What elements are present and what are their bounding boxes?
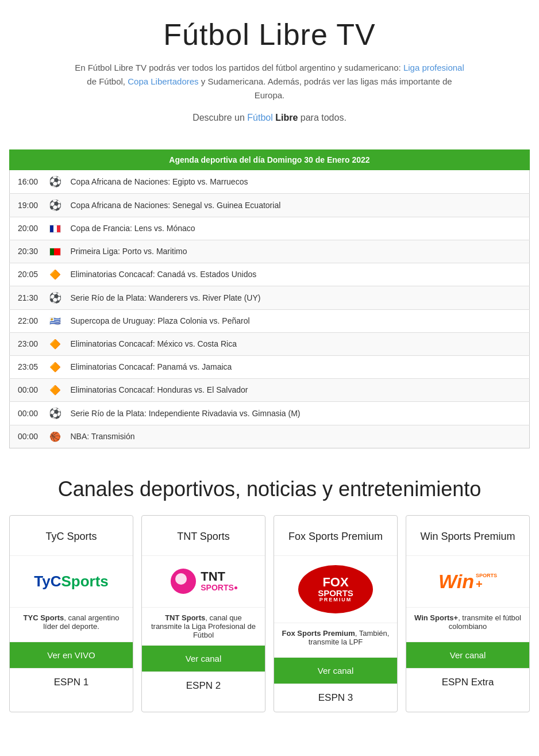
channel-view-button[interactable]: Ver canal xyxy=(142,646,265,671)
channel-card: Fox Sports Premium FOX SPORTS PREMIUM Fo… xyxy=(274,515,398,712)
channel-name: Win Sports Premium xyxy=(406,516,529,556)
table-row: 22:00 🇺🇾 Supercopa de Uruguay: Plaza Col… xyxy=(10,309,530,332)
channel-logo-area: Win SPORTS + xyxy=(406,556,529,608)
event-name: Copa Africana de Naciones: Egipto vs. Ma… xyxy=(66,170,530,194)
event-time: 00:00 xyxy=(10,425,44,448)
event-name: Eliminatorias Concacaf: Honduras vs. El … xyxy=(66,378,530,401)
table-row: 00:00 ⚽ Serie Río de la Plata: Independi… xyxy=(10,401,530,425)
channel-logo-area: TNT SPORTS xyxy=(142,556,265,608)
channel-name: Fox Sports Premium xyxy=(274,516,397,556)
event-icon: ⚽ xyxy=(44,286,66,309)
channel-bottom-label: ESPN 3 xyxy=(274,684,397,712)
event-name: Primeira Liga: Porto vs. Maritimo xyxy=(66,240,530,263)
win-text: Win xyxy=(438,570,474,593)
channel-bottom-label: ESPN 1 xyxy=(10,668,133,696)
event-icon: ⚽ xyxy=(44,193,66,217)
table-row: 23:00 🔶 Eliminatorias Concacaf: México v… xyxy=(10,332,530,355)
event-time: 23:05 xyxy=(10,355,44,378)
table-row: 16:00 ⚽ Copa Africana de Naciones: Egipt… xyxy=(10,170,530,194)
event-name: Eliminatorias Concacaf: Canadá vs. Estad… xyxy=(66,263,530,286)
table-row: 19:00 ⚽ Copa Africana de Naciones: Seneg… xyxy=(10,193,530,217)
table-row: 21:30 ⚽ Serie Río de la Plata: Wanderers… xyxy=(10,286,530,309)
event-time: 20:00 xyxy=(10,217,44,240)
channel-view-button[interactable]: Ver en VIVO xyxy=(10,642,133,668)
tyc-sports-logo: TyCSports xyxy=(34,573,109,590)
event-icon xyxy=(44,240,66,263)
channels-title: Canales deportivos, noticias y entreteni… xyxy=(9,477,530,501)
schedule-header: Agenda deportiva del día Domingo 30 de E… xyxy=(9,149,530,170)
fox-sports-text: SPORTS xyxy=(318,589,353,597)
event-icon: 🔶 xyxy=(44,263,66,286)
channels-grid: TyC Sports TyCSports TYC Sports, canal a… xyxy=(9,515,530,712)
table-row: 20:00 Copa de Francia: Lens vs. Mónaco xyxy=(10,217,530,240)
win-plus-icon: + xyxy=(476,578,497,590)
tnt-sports-logo: TNT SPORTS xyxy=(170,567,237,595)
event-time: 19:00 xyxy=(10,193,44,217)
event-time: 20:30 xyxy=(10,240,44,263)
event-name: Eliminatorias Concacaf: Panamá vs. Jamai… xyxy=(66,355,530,378)
channel-view-button[interactable]: Ver canal xyxy=(406,642,529,668)
event-name: Supercopa de Uruguay: Plaza Colonia vs. … xyxy=(66,309,530,332)
uruguay-flag-icon: 🇺🇾 xyxy=(49,316,61,326)
event-icon: ⚽ xyxy=(44,170,66,194)
page-title: Fútbol Libre TV xyxy=(34,17,505,52)
channel-view-button[interactable]: Ver canal xyxy=(274,658,397,684)
event-name: NBA: Transmisión xyxy=(66,425,530,448)
schedule-table: 16:00 ⚽ Copa Africana de Naciones: Egipt… xyxy=(9,170,530,448)
header-description: En Fútbol Libre TV podrás ver todos los … xyxy=(74,61,465,102)
channel-card: Win Sports Premium Win SPORTS + Win Spor… xyxy=(406,515,530,712)
table-row: 00:00 🔶 Eliminatorias Concacaf: Honduras… xyxy=(10,378,530,401)
concacaf-icon: 🔶 xyxy=(49,339,61,349)
channel-name: TNT Sports xyxy=(142,516,265,556)
fox-premium-text: PREMIUM xyxy=(319,597,352,603)
channel-logo-area: FOX SPORTS PREMIUM xyxy=(274,556,397,623)
channel-description: TYC Sports, canal argentino líder del de… xyxy=(10,608,133,642)
table-row: 20:30 Primeira Liga: Porto vs. Maritimo xyxy=(10,240,530,263)
channel-description: Fox Sports Premium, También, transmite l… xyxy=(274,623,397,658)
win-sports-logo: Win SPORTS + xyxy=(438,570,497,593)
event-name: Copa Africana de Naciones: Senegal vs. G… xyxy=(66,193,530,217)
event-time: 00:00 xyxy=(10,401,44,425)
event-icon: 🔶 xyxy=(44,355,66,378)
table-row: 20:05 🔶 Eliminatorias Concacaf: Canadá v… xyxy=(10,263,530,286)
event-time: 00:00 xyxy=(10,378,44,401)
event-icon: 🔶 xyxy=(44,378,66,401)
soccer-icon: ⚽ xyxy=(49,408,61,419)
fox-text: FOX xyxy=(322,576,348,589)
svg-point-1 xyxy=(175,573,187,585)
concacaf-icon: 🔶 xyxy=(49,270,61,279)
schedule-section: Agenda deportiva del día Domingo 30 de E… xyxy=(9,149,530,448)
channel-card: TNT Sports TNT SPORTS TNT Sports, canal … xyxy=(141,515,265,712)
event-icon: 🏀 xyxy=(44,425,66,448)
event-name: Eliminatorias Concacaf: México vs. Costa… xyxy=(66,332,530,355)
header-tagline: Descubre un Fútbol Libre para todos. xyxy=(74,110,465,125)
channel-description: TNT Sports, canal que transmite la Liga … xyxy=(142,608,265,646)
channel-description: Win Sports+, transmite el fútbol colombi… xyxy=(406,608,529,642)
soccer-icon: ⚽ xyxy=(49,199,61,211)
tnt-label: TNT xyxy=(201,570,237,584)
channel-name: TyC Sports xyxy=(10,516,133,556)
event-time: 21:30 xyxy=(10,286,44,309)
concacaf-icon: 🔶 xyxy=(49,385,61,395)
tnt-circle-icon xyxy=(170,567,197,595)
event-time: 20:05 xyxy=(10,263,44,286)
event-icon xyxy=(44,217,66,240)
nba-icon: 🏀 xyxy=(49,432,61,442)
table-row: 00:00 🏀 NBA: Transmisión xyxy=(10,425,530,448)
soccer-icon: ⚽ xyxy=(49,292,61,304)
channel-bottom-label: ESPN Extra xyxy=(406,668,529,696)
channel-bottom-label: ESPN 2 xyxy=(142,671,265,700)
france-flag-icon xyxy=(49,222,61,234)
concacaf-icon: 🔶 xyxy=(49,362,61,372)
channel-card: TyC Sports TyCSports TYC Sports, canal a… xyxy=(9,515,133,712)
event-icon: ⚽ xyxy=(44,401,66,425)
event-name: Serie Río de la Plata: Independiente Riv… xyxy=(66,401,530,425)
event-icon: 🇺🇾 xyxy=(44,309,66,332)
fox-sports-logo: FOX SPORTS PREMIUM xyxy=(298,565,373,613)
event-time: 23:00 xyxy=(10,332,44,355)
portugal-flag-icon xyxy=(49,245,61,257)
channel-logo-area: TyCSports xyxy=(10,556,133,608)
channels-section: Canales deportivos, noticias y entreteni… xyxy=(0,466,539,730)
page-header: Fútbol Libre TV En Fútbol Libre TV podrá… xyxy=(0,0,539,136)
event-time: 16:00 xyxy=(10,170,44,194)
